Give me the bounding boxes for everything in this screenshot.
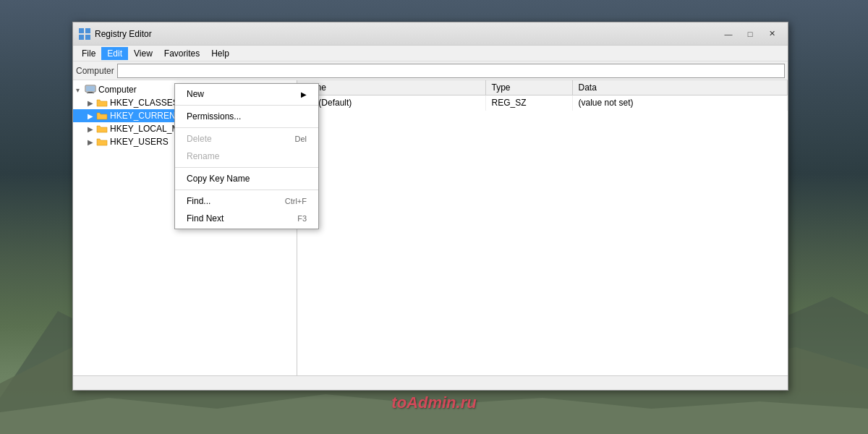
folder-icon-hkcu xyxy=(96,111,108,121)
separator-3 xyxy=(175,167,318,168)
separator-4 xyxy=(175,190,318,190)
reg-type-cell: REG_SZ xyxy=(485,95,572,111)
find-shortcut: Ctrl+F xyxy=(285,197,307,205)
menu-edit-find[interactable]: Find... Ctrl+F xyxy=(175,192,318,210)
registry-editor-window: Registry Editor — □ ✕ File Edit View Fav… xyxy=(72,22,788,391)
menu-edit-delete: Delete Del xyxy=(175,130,318,148)
window-title: Registry Editor xyxy=(95,29,718,39)
folder-icon-hkcr xyxy=(96,98,108,108)
window-controls: — □ ✕ xyxy=(718,26,782,42)
menu-file[interactable]: File xyxy=(76,47,101,60)
separator-2 xyxy=(175,127,318,128)
separator-1 xyxy=(175,105,318,106)
status-bar xyxy=(73,375,788,390)
menu-edit-findnext[interactable]: Find Next F3 xyxy=(175,210,318,227)
expand-arrow: ▾ xyxy=(76,86,85,94)
submenu-arrow-new: ▶ xyxy=(301,90,307,98)
reg-name-value: (Default) xyxy=(318,98,352,108)
svg-rect-4 xyxy=(85,28,90,33)
expand-arrow-hkcr: ▶ xyxy=(88,99,96,107)
expand-arrow-hklm: ▶ xyxy=(88,125,96,133)
menu-edit-find-label: Find... xyxy=(187,196,210,206)
table-row[interactable]: ab (Default) REG_SZ (value not set) xyxy=(297,95,788,111)
address-label: Computer xyxy=(76,66,114,76)
svg-rect-3 xyxy=(79,28,84,33)
folder-icon-hku xyxy=(96,137,108,147)
right-panel: Name Type Data ab (Def xyxy=(297,80,788,375)
svg-rect-5 xyxy=(79,35,84,40)
svg-rect-10 xyxy=(87,93,94,93)
address-input[interactable] xyxy=(117,64,785,78)
tree-item-hku-label: HKEY_USERS xyxy=(110,137,169,147)
title-bar: Registry Editor — □ ✕ xyxy=(73,22,788,46)
expand-arrow-hkcu: ▶ xyxy=(88,112,96,120)
menu-edit-rename-label: Rename xyxy=(187,151,219,161)
registry-table: Name Type Data ab (Def xyxy=(297,80,788,111)
menu-edit-rename: Rename xyxy=(175,148,318,165)
menu-edit-copykeyname[interactable]: Copy Key Name xyxy=(175,170,318,187)
maximize-button[interactable]: □ xyxy=(740,26,760,42)
menu-edit-permissions-label: Permissions... xyxy=(187,111,241,122)
menu-bar: File Edit View Favorites Help xyxy=(73,46,788,61)
findnext-shortcut: F3 xyxy=(297,214,307,223)
col-name: Name xyxy=(297,80,485,95)
svg-rect-9 xyxy=(88,92,93,93)
minimize-button[interactable]: — xyxy=(718,26,739,42)
menu-edit-findnext-label: Find Next xyxy=(187,213,224,224)
edit-dropdown-menu: New ▶ Permissions... Delete Del Rename C… xyxy=(174,83,319,229)
col-data: Data xyxy=(572,80,788,95)
close-button[interactable]: ✕ xyxy=(762,26,782,42)
menu-edit[interactable]: Edit xyxy=(101,47,128,60)
computer-icon xyxy=(85,85,96,95)
tree-item-computer-label: Computer xyxy=(98,85,137,95)
menu-edit-copykeyname-label: Copy Key Name xyxy=(187,174,250,184)
watermark: toAdmin.ru xyxy=(391,393,476,412)
svg-rect-6 xyxy=(85,35,90,40)
delete-shortcut: Del xyxy=(294,135,307,143)
menu-edit-permissions[interactable]: Permissions... xyxy=(175,108,318,125)
expand-arrow-hku: ▶ xyxy=(88,138,96,146)
menu-favorites[interactable]: Favorites xyxy=(158,47,205,60)
col-type: Type xyxy=(485,80,572,95)
svg-rect-8 xyxy=(86,86,95,91)
menu-edit-delete-label: Delete xyxy=(187,134,212,144)
address-bar: Computer xyxy=(73,61,788,80)
app-icon xyxy=(79,28,90,40)
desktop: toAdmin.ru Registry Editor — □ ✕ File xyxy=(0,0,868,434)
menu-help[interactable]: Help xyxy=(205,47,235,60)
reg-data-cell: (value not set) xyxy=(572,95,788,111)
reg-name-cell: ab (Default) xyxy=(297,95,485,111)
menu-edit-new-label: New xyxy=(187,89,204,99)
folder-icon-hklm xyxy=(96,124,108,134)
menu-edit-new[interactable]: New ▶ xyxy=(175,85,318,103)
menu-view[interactable]: View xyxy=(128,47,158,60)
